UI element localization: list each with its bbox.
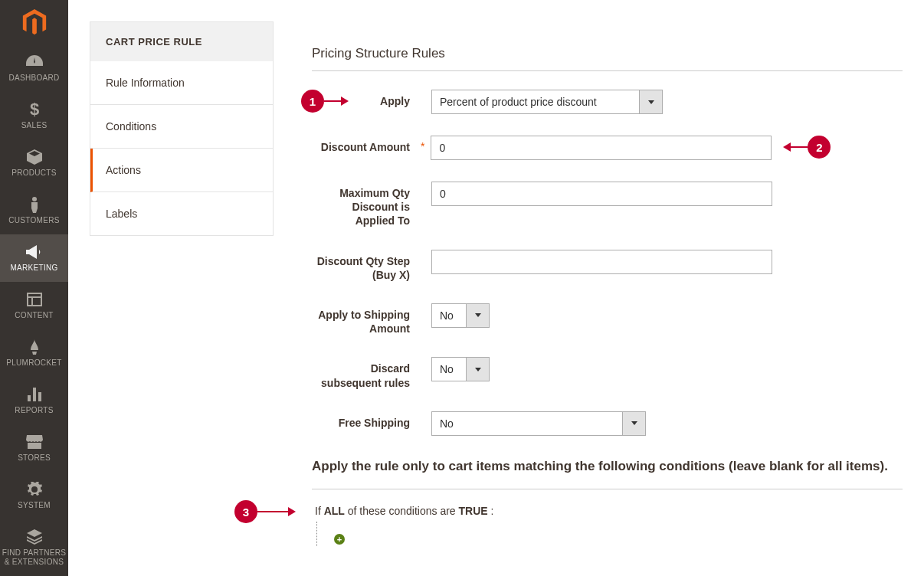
panel-item-conditions[interactable]: Conditions [90, 105, 273, 149]
row-qty-step: Discount Qty Step (Buy X) [312, 250, 903, 282]
panel-item-rule-info[interactable]: Rule Information [90, 61, 273, 105]
annotation-badge: 1 [301, 90, 324, 113]
nav-customers[interactable]: CUSTOMERS [0, 187, 68, 234]
nav-label: SYSTEM [18, 501, 51, 510]
label-free-shipping: Free Shipping [312, 411, 421, 430]
bars-icon [25, 386, 44, 403]
label-discard: Discard subsequent rules [312, 357, 421, 389]
nav-sales[interactable]: $ SALES [0, 92, 68, 139]
select-value: No [432, 412, 622, 435]
arrow-left-icon [783, 142, 791, 152]
partners-icon [25, 529, 44, 545]
nav-label: CUSTOMERS [8, 216, 59, 225]
annotation-3: 3 [234, 500, 296, 523]
required-mark: * [421, 136, 424, 152]
qty-step-input[interactable] [431, 250, 772, 274]
subsection-title: Apply the rule only to cart items matchi… [312, 457, 903, 476]
add-condition-icon[interactable]: + [334, 534, 345, 545]
form-area: Pricing Structure Rules 1 Apply Percent … [312, 21, 903, 576]
chevron-down-icon[interactable] [466, 304, 489, 327]
nav-label: STORES [18, 453, 51, 463]
svg-rect-7 [38, 392, 41, 401]
annotation-1: 1 [301, 90, 349, 113]
dashboard-icon [25, 54, 44, 70]
condition-true[interactable]: TRUE [459, 505, 488, 517]
label-apply-shipping: Apply to Shipping Amount [312, 303, 421, 335]
megaphone-icon [25, 244, 44, 260]
nav-products[interactable]: PRODUCTS [0, 139, 68, 187]
row-discard: Discard subsequent rules No [312, 357, 903, 389]
row-max-qty: Maximum Qty Discount is Applied To [312, 182, 903, 228]
row-discount-amount: Discount Amount * 2 [312, 136, 903, 160]
person-icon [25, 196, 44, 213]
main-content: CART PRICE RULE Rule Information Conditi… [68, 0, 924, 576]
nav-partners[interactable]: FIND PARTNERS & EXTENSIONS [0, 519, 68, 576]
discard-select[interactable]: No [431, 357, 490, 381]
svg-rect-5 [28, 395, 31, 401]
arrow-right-icon [341, 97, 349, 106]
svg-text:$: $ [29, 101, 38, 118]
condition-text: If ALL of these conditions are TRUE : [312, 505, 493, 517]
annotation-badge: 3 [234, 500, 257, 523]
chevron-down-icon[interactable] [639, 90, 662, 113]
nav-marketing[interactable]: MARKETING [0, 234, 68, 282]
row-apply-shipping: Apply to Shipping Amount No [312, 303, 903, 335]
max-qty-input[interactable] [431, 182, 772, 206]
panel-item-actions[interactable]: Actions [90, 149, 273, 192]
condition-mid: of these conditions are [345, 505, 459, 517]
select-value: No [432, 304, 466, 327]
label-discount-amount: Discount Amount [312, 136, 421, 154]
nav-system[interactable]: SYSTEM [0, 472, 68, 519]
panel-item-labels[interactable]: Labels [90, 192, 273, 235]
condition-row: 3 If ALL of these conditions are TRUE : [312, 505, 903, 517]
select-value: Percent of product price discount [432, 90, 639, 113]
divider [312, 70, 903, 71]
nav-stores[interactable]: STORES [0, 424, 68, 472]
row-apply: 1 Apply Percent of product price discoun… [312, 90, 903, 114]
layout-icon [25, 291, 44, 308]
condition-all[interactable]: ALL [324, 505, 345, 517]
free-shipping-select[interactable]: No [431, 411, 646, 436]
discount-amount-input[interactable] [431, 136, 772, 160]
arrow-line [257, 511, 288, 512]
label-qty-step: Discount Qty Step (Buy X) [312, 250, 421, 282]
nav-plumrocket[interactable]: PLUMROCKET [0, 329, 68, 377]
dollar-icon: $ [25, 101, 44, 118]
select-value: No [432, 358, 466, 381]
nav-content[interactable]: CONTENT [0, 282, 68, 329]
plumrocket-icon [25, 339, 44, 355]
nav-label: CONTENT [15, 311, 53, 320]
label-max-qty: Maximum Qty Discount is Applied To [312, 182, 421, 228]
gear-icon [25, 481, 44, 498]
side-panel: CART PRICE RULE Rule Information Conditi… [90, 21, 274, 236]
svg-rect-2 [28, 293, 41, 306]
chevron-down-icon[interactable] [466, 358, 489, 381]
nav-dashboard[interactable]: DASHBOARD [0, 44, 68, 92]
nav-label: MARKETING [10, 263, 57, 273]
chevron-down-icon[interactable] [622, 412, 645, 435]
annotation-2: 2 [783, 136, 831, 159]
row-free-shipping: Free Shipping No [312, 411, 903, 436]
condition-prefix: If [315, 505, 324, 517]
arrow-line [324, 100, 341, 102]
nav-label: REPORTS [15, 406, 53, 415]
condition-suffix: : [488, 505, 494, 517]
nav-label: PRODUCTS [11, 169, 57, 178]
nav-reports[interactable]: REPORTS [0, 377, 68, 424]
arrow-right-icon [288, 507, 296, 516]
box-icon [25, 149, 44, 165]
magento-logo-icon [21, 9, 48, 37]
condition-tree: + [316, 522, 903, 546]
arrow-line [791, 146, 808, 148]
nav-label: DASHBOARD [8, 74, 59, 83]
nav-label: SALES [21, 121, 48, 130]
apply-select[interactable]: Percent of product price discount [431, 90, 663, 114]
nav-label: PLUMROCKET [6, 358, 61, 368]
apply-shipping-select[interactable]: No [431, 303, 490, 328]
svg-point-1 [32, 197, 37, 201]
annotation-badge: 2 [808, 136, 831, 159]
panel-header: CART PRICE RULE [90, 22, 273, 61]
admin-sidebar: DASHBOARD $ SALES PRODUCTS CUSTOMERS MAR… [0, 0, 68, 576]
nav-label: FIND PARTNERS & EXTENSIONS [0, 548, 68, 567]
section-title: Pricing Structure Rules [312, 46, 903, 61]
